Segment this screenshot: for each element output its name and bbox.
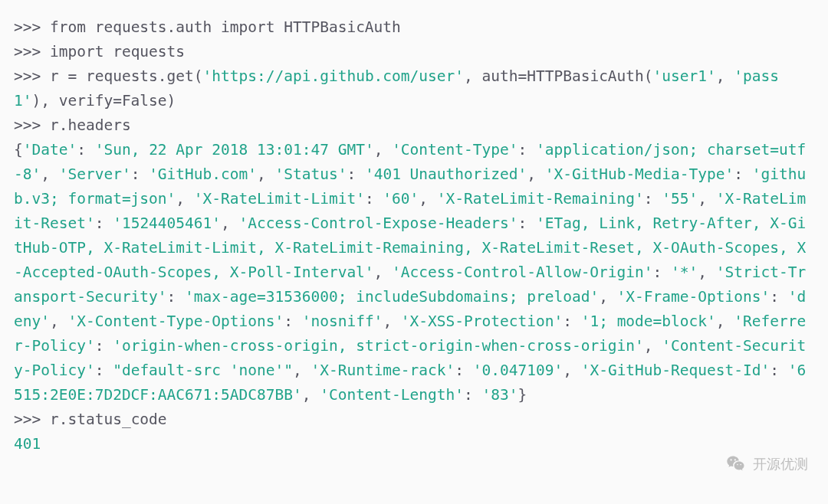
colon: : <box>95 362 113 379</box>
colon: : <box>365 190 383 208</box>
colon: : <box>95 337 113 355</box>
comma: , <box>374 263 392 281</box>
result-value: 401 <box>14 435 41 453</box>
comma: , <box>176 190 193 208</box>
header-key: 'X-XSS-Protection' <box>401 313 563 330</box>
comma: , <box>257 165 274 183</box>
header-value: "default-src 'none'" <box>113 362 293 379</box>
dict-close: } <box>518 386 527 404</box>
code-line: r.headers <box>50 116 131 134</box>
comma: , <box>50 313 67 330</box>
colon: : <box>734 165 751 183</box>
header-key: 'X-RateLimit-Limit' <box>194 190 365 208</box>
colon: : <box>77 141 94 159</box>
colon: : <box>563 313 580 330</box>
header-value: 'Sun, 22 Apr 2018 13:01:47 GMT' <box>95 141 374 159</box>
comma: , <box>374 141 392 159</box>
comma: , <box>293 362 310 379</box>
comma: , <box>563 362 580 379</box>
colon: : <box>770 288 787 306</box>
header-value: 'max-age=31536000; includeSubdomains; pr… <box>185 288 599 306</box>
colon: : <box>770 362 787 379</box>
colon: : <box>347 165 364 183</box>
header-value: '55' <box>662 190 698 208</box>
header-value: '*' <box>671 263 698 281</box>
header-value: 'nosniff' <box>302 313 383 330</box>
header-key: 'Server' <box>59 165 131 183</box>
string-literal: 'https://api.github.com/user' <box>203 67 464 85</box>
wechat-icon <box>725 453 747 475</box>
header-value: '60' <box>383 190 419 208</box>
header-key: 'Content-Type' <box>392 141 518 159</box>
code-fragment: , <box>716 67 734 85</box>
header-key: 'Date' <box>23 141 77 159</box>
terminal-output: >>> from requests.auth import HTTPBasicA… <box>14 15 814 457</box>
string-literal: 'user1' <box>653 67 716 85</box>
comma: , <box>599 288 616 306</box>
comma: , <box>644 337 662 355</box>
colon: : <box>455 362 472 379</box>
header-key: 'Content-Length' <box>320 386 464 404</box>
header-key: 'Access-Control-Expose-Headers' <box>239 214 518 232</box>
code-fragment: ), verify=False) <box>31 92 176 110</box>
colon: : <box>284 313 301 330</box>
colon: : <box>464 386 481 404</box>
header-key: 'X-GitHub-Request-Id' <box>581 362 770 379</box>
comma: , <box>419 190 436 208</box>
header-key: 'Access-Control-Allow-Origin' <box>392 263 652 281</box>
repl-prompt: >>> <box>14 411 50 428</box>
header-key: 'X-GitHub-Media-Type' <box>545 165 734 183</box>
header-key: 'X-Runtime-rack' <box>310 362 455 379</box>
colon: : <box>518 141 536 159</box>
repl-prompt: >>> <box>14 43 50 61</box>
header-value: '0.047109' <box>473 362 563 379</box>
comma: , <box>527 165 544 183</box>
comma: , <box>716 313 734 330</box>
dict-open: { <box>14 141 23 159</box>
colon: : <box>131 165 149 183</box>
header-value: 'origin-when-cross-origin, strict-origin… <box>113 337 644 355</box>
header-key: 'X-Frame-Options' <box>617 288 770 306</box>
code-line: r.status_code <box>50 411 167 428</box>
colon: : <box>518 214 535 232</box>
header-key: 'X-RateLimit-Remaining' <box>437 190 644 208</box>
code-fragment: r = requests.get( <box>50 67 203 85</box>
watermark: 开源优测 <box>725 452 808 476</box>
header-key: 'X-Content-Type-Options' <box>67 313 284 330</box>
colon: : <box>644 190 662 208</box>
code-line: from requests.auth import HTTPBasicAuth <box>50 18 401 36</box>
code-line: import requests <box>50 43 185 61</box>
code-fragment: , auth=HTTPBasicAuth( <box>464 67 653 85</box>
repl-prompt: >>> <box>14 116 50 134</box>
comma: , <box>698 190 715 208</box>
repl-prompt: >>> <box>14 67 50 85</box>
comma: , <box>41 165 58 183</box>
comma: , <box>302 386 320 404</box>
colon: : <box>653 263 671 281</box>
watermark-text: 开源优测 <box>753 452 808 476</box>
header-value: '1; mode=block' <box>581 313 716 330</box>
header-value: '83' <box>482 386 518 404</box>
header-key: 'Status' <box>275 165 347 183</box>
repl-prompt: >>> <box>14 18 50 36</box>
header-value: 'GitHub.com' <box>149 165 257 183</box>
header-value: '401 Unauthorized' <box>365 165 527 183</box>
comma: , <box>383 313 400 330</box>
colon: : <box>167 288 185 306</box>
colon: : <box>95 214 113 232</box>
comma: , <box>221 214 238 232</box>
comma: , <box>698 263 715 281</box>
header-value: '1524405461' <box>113 214 221 232</box>
